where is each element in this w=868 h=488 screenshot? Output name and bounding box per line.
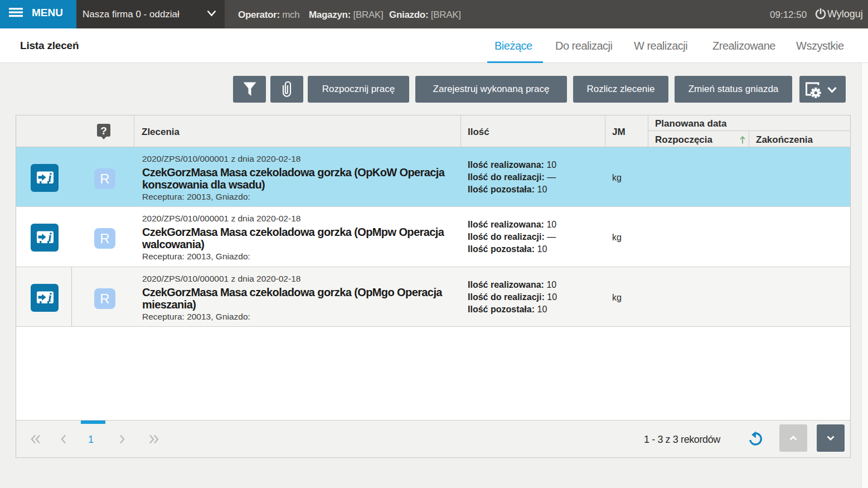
svg-text:?: ? <box>100 125 107 137</box>
svg-text:i: i <box>48 230 52 244</box>
svg-text:i: i <box>48 171 52 185</box>
svg-text:i: i <box>48 291 52 305</box>
